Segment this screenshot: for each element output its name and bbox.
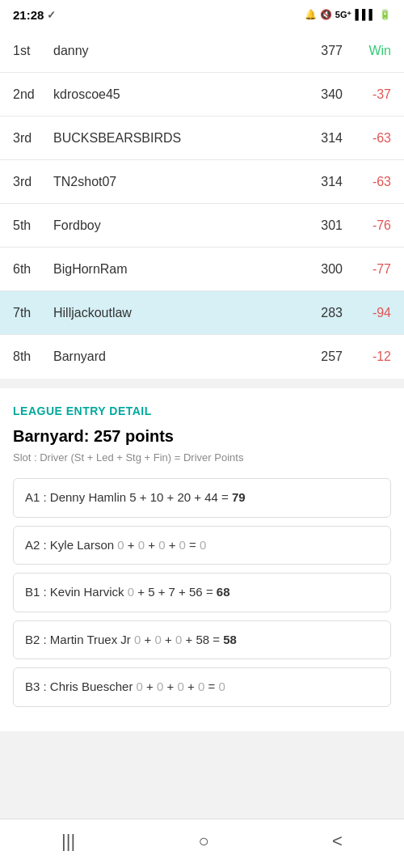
rank-cell: 6th [13,262,53,277]
name-cell: TN2shot07 [53,175,298,189]
rank-cell: 5th [13,218,53,233]
diff-cell: -76 [343,218,391,233]
network-icon: 5G⁺ [335,10,352,20]
name-cell: Fordboy [53,218,298,233]
diff-cell: -63 [343,175,391,189]
diff-cell: -94 [343,306,391,320]
status-icons: 🔔 🔇 5G⁺ ▌▌▌ 🔋 [305,9,391,20]
league-entry-detail: LEAGUE ENTRY DETAIL Barnyard: 257 points… [0,388,404,731]
score-cell: 257 [298,349,343,364]
diff-cell: Win [343,44,391,58]
score-cell: 301 [298,218,343,233]
signal-icon: ▌▌▌ [355,9,376,20]
table-row[interactable]: 6th BigHornRam 300 -77 [0,248,404,291]
table-row[interactable]: 5th Fordboy 301 -76 [0,204,404,248]
name-cell: BigHornRam [53,262,298,277]
diff-cell: -77 [343,262,391,277]
rank-cell: 3rd [13,175,53,189]
driver-entry: B2 : Martin Truex Jr 0 + 0 + 0 + 58 = 58 [13,620,391,660]
battery-icon: 🔋 [379,9,391,20]
leaderboard-table: 1st danny 377 Win 2nd kdroscoe45 340 -37… [0,29,404,379]
name-cell: kdroscoe45 [53,87,298,102]
driver-entry: B1 : Kevin Harvick 0 + 5 + 7 + 56 = 68 [13,573,391,612]
rank-cell: 8th [13,349,53,364]
name-cell: Hilljackoutlaw [53,306,298,320]
score-cell: 340 [298,87,343,102]
table-row[interactable]: 8th Barnyard 257 -12 [0,335,404,379]
check-icon: ✓ [47,9,56,21]
rank-cell: 3rd [13,131,53,146]
table-row[interactable]: 1st danny 377 Win [0,29,404,73]
driver-entry: A2 : Kyle Larson 0 + 0 + 0 + 0 = 0 [13,526,391,565]
driver-entry: B3 : Chris Buescher 0 + 0 + 0 + 0 = 0 [13,667,391,707]
nav-forward-button[interactable]: < [316,828,359,855]
name-cell: danny [53,44,298,58]
rank-cell: 7th [13,306,53,320]
mute-icon: 🔇 [320,9,332,20]
driver-entry: A1 : Denny Hamlin 5 + 10 + 20 + 44 = 79 [13,478,391,518]
detail-section-title: LEAGUE ENTRY DETAIL [13,404,391,417]
player-score: Barnyard: 257 points [13,427,391,446]
time-display: 21:28 [13,8,44,22]
status-time: 21:28 ✓ [13,8,56,22]
name-cell: Barnyard [53,349,298,364]
status-bar: 21:28 ✓ 🔔 🔇 5G⁺ ▌▌▌ 🔋 [0,0,404,29]
diff-cell: -37 [343,87,391,102]
rank-cell: 2nd [13,87,53,102]
diff-cell: -63 [343,131,391,146]
score-cell: 314 [298,131,343,146]
table-row[interactable]: 7th Hilljackoutlaw 283 -94 [0,291,404,335]
table-row[interactable]: 3rd TN2shot07 314 -63 [0,160,404,204]
name-cell: BUCKSBEARSBIRDS [53,131,298,146]
score-cell: 300 [298,262,343,277]
table-row[interactable]: 2nd kdroscoe45 340 -37 [0,73,404,116]
rank-cell: 1st [13,44,53,58]
detail-subtitle: Slot : Driver (St + Led + Stg + Fin) = D… [13,451,391,465]
alarm-icon: 🔔 [305,9,317,20]
nav-home-button[interactable]: ○ [182,828,225,855]
bottom-navigation: ||| ○ < [0,819,404,868]
nav-back-button[interactable]: ||| [45,828,91,855]
table-row[interactable]: 3rd BUCKSBEARSBIRDS 314 -63 [0,116,404,160]
diff-cell: -12 [343,349,391,364]
score-cell: 377 [298,44,343,58]
score-cell: 314 [298,175,343,189]
score-cell: 283 [298,306,343,320]
